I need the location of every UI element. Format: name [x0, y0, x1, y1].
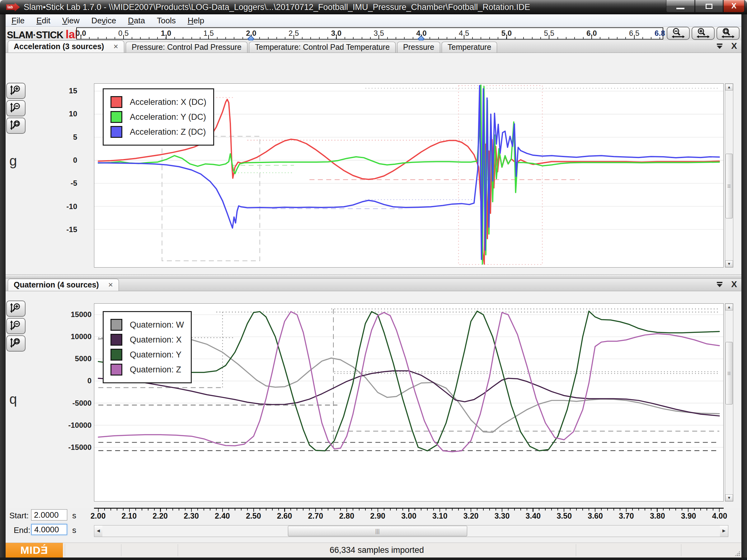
zoom-in-time-button[interactable]	[692, 27, 715, 40]
resize-grip[interactable]	[735, 551, 740, 556]
zoom-in-y-button-accel[interactable]	[6, 83, 26, 99]
ruler-label: 6.0	[586, 29, 597, 38]
menu-item-data[interactable]: Data	[122, 14, 151, 27]
x-tick-label: 2.50	[246, 511, 261, 521]
x-tick-label: 3.70	[619, 511, 634, 521]
tab-close-icon[interactable]: ×	[108, 279, 113, 291]
tab-temperature[interactable]: Temperature	[442, 42, 497, 53]
x-tick-label: 2.80	[339, 511, 354, 521]
x-tick-label: 4.00	[712, 511, 727, 521]
title-bar[interactable]: lab Slam•Stick Lab 1.7.0 - \\MIDE2007\Pr…	[0, 0, 747, 14]
maximize-icon	[705, 4, 713, 9]
x-tick-label: 3.50	[557, 511, 572, 521]
scroll-down-icon[interactable]: ▼	[725, 495, 733, 501]
scroll-right-icon[interactable]: ▶	[720, 526, 728, 537]
tab-close-icon[interactable]: ×	[113, 41, 118, 52]
start-unit-label: s	[72, 511, 76, 521]
mide-logo: MIDƎ́	[6, 543, 63, 558]
ruler-label: 3.5	[374, 29, 384, 38]
y-axis-unit-accel: g	[9, 153, 17, 169]
timeline-ruler[interactable]: 0.00.51.01.52.02.53.03.54.04.55.05.56.06…	[76, 27, 663, 39]
horizontal-scroll-thumb[interactable]: |||	[288, 526, 467, 536]
close-button[interactable]: X	[723, 0, 745, 12]
x-tick-label: 2.70	[308, 511, 324, 521]
legend-label: Quaternion: W	[130, 320, 184, 330]
ruler-label: 4.5	[459, 29, 469, 38]
zoom-fit-y-button-quat[interactable]	[6, 336, 26, 351]
application-window: lab Slam•Stick Lab 1.7.0 - \\MIDE2007\Pr…	[0, 0, 747, 560]
legend-swatch	[110, 96, 122, 108]
legend-item: Quaternion: X	[110, 334, 184, 346]
status-bar: MIDƎ́ 66,334 samples imported	[6, 542, 741, 558]
legend-label: Quaternion: Y	[130, 350, 181, 359]
tab-temperature-control-pad-temperature[interactable]: Temperature: Control Pad Temperature	[249, 42, 395, 53]
brand-logo: SLAM·STICK lab	[7, 28, 82, 41]
menu-item-view[interactable]: View	[56, 14, 85, 27]
menu-item-help[interactable]: Help	[182, 14, 210, 27]
zoom-fit-time-button[interactable]	[717, 27, 740, 40]
zoom-out-y-button-accel[interactable]	[6, 100, 26, 116]
status-cell-divider	[65, 544, 65, 556]
thumb-grip-icon: ☰	[727, 184, 731, 188]
menu-item-device[interactable]: Device	[85, 14, 122, 27]
ruler-label: 6.5	[629, 29, 639, 38]
pane-collapse-icon[interactable]	[716, 43, 723, 49]
accel-vertical-scrollbar[interactable]: ▲ ▼ ☰	[725, 83, 733, 268]
tab-pressure[interactable]: Pressure	[397, 42, 440, 53]
x-tick-label: 2.90	[370, 511, 385, 521]
legend-item: Quaternion: Z	[110, 364, 184, 375]
tab-pressure-control-pad-pressure[interactable]: Pressure: Control Pad Pressure	[126, 42, 248, 53]
legend-item: Acceleration: Z (DC)	[110, 126, 206, 138]
x-tick-label: 3.30	[495, 511, 510, 521]
minimize-button[interactable]	[666, 0, 695, 12]
app-icon: lab	[6, 3, 20, 11]
x-tick-label: 3.20	[463, 511, 479, 521]
scroll-up-icon[interactable]: ▲	[725, 304, 733, 311]
window-frame-left	[0, 14, 6, 558]
scroll-left-icon[interactable]: ◀	[94, 526, 102, 537]
legend-item: Acceleration: X (DC)	[110, 96, 206, 108]
menu-item-file[interactable]: File	[6, 14, 30, 27]
quaternion-legend: Quaternion: WQuaternion: XQuaternion: YQ…	[103, 311, 192, 383]
menu-item-tools[interactable]: Tools	[151, 14, 182, 27]
end-time-input[interactable]	[31, 524, 67, 535]
thumb-grip-icon: |||	[376, 528, 380, 534]
zoom-fit-y-button-accel[interactable]	[6, 117, 26, 134]
scroll-up-icon[interactable]: ▲	[725, 84, 733, 90]
quat-scroll-thumb[interactable]: ☰	[725, 342, 733, 405]
horizontal-scrollbar[interactable]: ◀ ▶ |||	[94, 525, 728, 537]
legend-item: Acceleration: Y (DC)	[110, 111, 206, 123]
zoom-out-time-button[interactable]	[667, 27, 690, 40]
accel-scroll-thumb[interactable]: ☰	[725, 154, 733, 218]
legend-swatch	[110, 334, 122, 346]
status-message: 66,334 samples imported	[178, 543, 576, 558]
legend-label: Acceleration: Z (DC)	[130, 127, 206, 137]
pane-close-icon[interactable]: X	[731, 281, 737, 288]
scroll-down-icon[interactable]: ▼	[725, 260, 733, 267]
tab-quaternion-4-sources[interactable]: Quaternion (4 sources)×	[8, 279, 119, 291]
ruler-label: 1.0	[161, 29, 171, 38]
x-axis-labels: 2.002.102.202.302.402.502.602.702.802.90…	[94, 511, 724, 521]
y-axis-unit-quat: q	[9, 391, 17, 407]
x-tick-label: 3.40	[526, 511, 541, 521]
thumb-grip-icon: ☰	[727, 371, 731, 375]
ruler-label: 5.0	[501, 29, 512, 38]
maximize-button[interactable]	[695, 0, 723, 12]
zoom-in-y-button-quat[interactable]	[6, 300, 26, 317]
pane-close-icon[interactable]: X	[731, 43, 737, 49]
x-tick-label: 3.00	[401, 511, 416, 521]
pane-collapse-icon[interactable]	[716, 281, 723, 288]
x-tick-label: 2.40	[215, 511, 230, 521]
x-tick-label: 2.20	[153, 511, 168, 521]
x-tick-label: 2.60	[277, 511, 292, 521]
close-icon: X	[731, 2, 737, 10]
zoom-out-y-button-quat[interactable]	[6, 318, 26, 334]
pane-splitter[interactable]	[6, 274, 741, 279]
menu-item-edit[interactable]: Edit	[30, 14, 56, 27]
legend-swatch	[110, 126, 122, 138]
x-tick-label: 2.30	[184, 511, 199, 521]
quat-vertical-scrollbar[interactable]: ▲ ▼ ☰	[725, 303, 733, 502]
start-time-input[interactable]	[31, 509, 67, 521]
tab-acceleration-3-sources-[interactable]: Acceleration (3 sources)×	[8, 41, 124, 53]
end-label: End:	[14, 526, 30, 535]
